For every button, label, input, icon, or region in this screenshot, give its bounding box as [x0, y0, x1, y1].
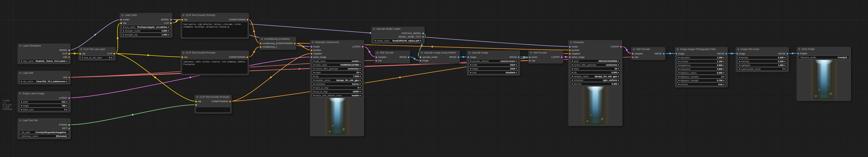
widget-file_path[interactable]: file_path.\ComfyUI\input\dict\negative. [19, 130, 69, 134]
collapse-dot[interactable] [261, 38, 263, 40]
increment-arrow-icon[interactable]: ▶ [723, 60, 724, 63]
port-dot[interactable] [736, 53, 738, 55]
decrement-arrow-icon[interactable]: ◀ [21, 80, 22, 83]
input-port-vae[interactable]: vae [529, 59, 536, 62]
port-dot[interactable] [68, 57, 70, 58]
port-dot[interactable] [195, 101, 197, 102]
decrement-arrow-icon[interactable]: ◀ [571, 78, 573, 82]
link-midpoint-dot[interactable] [176, 20, 178, 22]
collapse-dot[interactable] [677, 48, 679, 50]
widget-colorize[interactable]: ◀colorizetrue▶ [677, 83, 726, 86]
port-dot[interactable] [569, 53, 570, 55]
widget-seed[interactable]: ◀seed295432218183926▶ [570, 59, 621, 63]
output-port-IMAGE[interactable]: IMAGE [398, 55, 409, 59]
output-port-CONDITIONING[interactable]: CONDITIONING [275, 42, 296, 45]
port-dot[interactable] [529, 57, 530, 58]
port-dot[interactable] [375, 57, 377, 58]
node-title-bar[interactable]: Save Image [797, 47, 851, 51]
port-dot[interactable] [467, 57, 469, 58]
link-midpoint-dot[interactable] [370, 32, 371, 34]
link-midpoint-dot[interactable] [74, 53, 75, 54]
link-midpoint-dot[interactable] [414, 58, 415, 60]
port-dot[interactable] [229, 101, 231, 102]
decrement-arrow-icon[interactable]: ◀ [739, 63, 740, 67]
output-port-MODEL[interactable]: MODEL [58, 49, 70, 52]
collapse-dot[interactable] [19, 120, 21, 121]
increment-arrow-icon[interactable]: ▶ [618, 82, 619, 86]
widget-denoise[interactable]: ◀denoise0.300▶ [570, 82, 621, 86]
widget-density[interactable]: ◀density0.300▶ [738, 56, 787, 59]
port-dot[interactable] [422, 36, 424, 38]
node-title-bar[interactable]: Empty Latent Image [18, 91, 71, 96]
port-dot[interactable] [120, 19, 122, 21]
port-dot[interactable] [120, 22, 122, 24]
increment-arrow-icon[interactable]: ▶ [66, 100, 67, 103]
widget-add_noise[interactable]: ◀add_noiseenable▶ [312, 59, 362, 63]
decrement-arrow-icon[interactable]: ◀ [678, 63, 679, 67]
collapse-dot[interactable] [421, 52, 423, 54]
port-dot[interactable] [420, 60, 421, 61]
link-midpoint-dot[interactable] [154, 76, 156, 78]
increment-arrow-icon[interactable]: ▶ [516, 71, 517, 74]
link-midpoint-dot[interactable] [431, 46, 433, 48]
input-port-vae[interactable]: vae [375, 59, 383, 62]
link-midpoint-dot[interactable] [626, 49, 628, 51]
decrement-arrow-icon[interactable]: ◀ [313, 59, 314, 63]
link-midpoint-dot[interactable] [132, 114, 133, 116]
port-dot[interactable] [420, 57, 421, 58]
node-title-bar[interactable]: Image Film Grain [736, 47, 789, 51]
input-port-positive[interactable]: positive [311, 49, 322, 52]
widget-highpass_samples[interactable]: ◀highpass_samples3▶ [677, 75, 726, 78]
increment-arrow-icon[interactable]: ▶ [516, 59, 517, 63]
increment-arrow-icon[interactable]: ▶ [420, 39, 422, 42]
port-dot[interactable] [311, 50, 312, 51]
decrement-arrow-icon[interactable]: ◀ [21, 100, 22, 103]
widget-strength_clip[interactable]: ◀strength_clip1.000▶ [121, 33, 170, 36]
port-dot[interactable] [311, 46, 312, 48]
node-vae-decode-1[interactable]: VAE DecodesamplesvaeIMAGE [375, 50, 410, 64]
widget-control_after_generate[interactable]: ◀control_after_generaterandomize▶ [312, 67, 362, 70]
input-port-negative[interactable]: negative [311, 52, 323, 55]
collapse-dot[interactable] [19, 93, 21, 94]
output-port-IMAGE[interactable]: IMAGE [777, 52, 788, 55]
decrement-arrow-icon[interactable]: ◀ [571, 67, 573, 70]
port-dot[interactable] [375, 60, 377, 61]
node-title-bar[interactable]: Upscale Model Loader [371, 27, 425, 31]
widget-intensity[interactable]: ◀intensity0.200▶ [738, 60, 787, 63]
input-port-images[interactable]: images [797, 52, 808, 55]
widget-height[interactable]: ◀height768▶ [19, 104, 69, 107]
port-dot[interactable] [676, 53, 677, 55]
node-clip-text-encode-2[interactable]: CLIP Text Encode (Prompt)clipCONDITIONIN… [181, 50, 249, 75]
increment-arrow-icon[interactable]: ▶ [111, 56, 113, 59]
link-midpoint-dot[interactable] [302, 46, 304, 48]
input-port-clip[interactable]: clip [79, 52, 87, 55]
decrement-arrow-icon[interactable]: ◀ [313, 90, 314, 93]
node-upscale-image[interactable]: Upscale ImageimageIMAGE◀upscale_methodne… [467, 50, 520, 76]
widget-cfg[interactable]: ◀cfg6.000▶ [570, 71, 621, 74]
input-port-image[interactable]: image [467, 55, 477, 59]
output-port-STRING[interactable]: STRING [58, 123, 70, 127]
widget-height[interactable]: ◀height1536▶ [469, 67, 518, 70]
collapse-dot[interactable] [373, 28, 375, 30]
port-dot[interactable] [458, 57, 459, 58]
widget-batch_size[interactable]: ◀batch_size1▶ [19, 108, 69, 111]
node-title-bar[interactable]: VAE Decode [631, 47, 665, 51]
decrement-arrow-icon[interactable]: ◀ [21, 104, 22, 107]
collapse-dot[interactable] [182, 52, 184, 54]
node-title-bar[interactable]: CLIP Text Encode (Prompt) [181, 13, 249, 17]
collapse-dot[interactable] [633, 48, 635, 50]
widget-strength_model[interactable]: ◀strength_model0.600▶ [121, 29, 170, 32]
port-dot[interactable] [632, 53, 633, 55]
link-midpoint-dot[interactable] [94, 34, 96, 36]
port-dot[interactable] [725, 53, 727, 55]
port-dot[interactable] [797, 53, 799, 54]
decrement-arrow-icon[interactable]: ◀ [123, 29, 124, 32]
increment-arrow-icon[interactable]: ▶ [784, 60, 786, 63]
port-dot[interactable] [663, 53, 664, 55]
collapse-dot[interactable] [570, 41, 572, 43]
node-title-bar[interactable]: VAE Encode [528, 51, 563, 55]
port-dot[interactable] [247, 19, 248, 21]
widget-steps[interactable]: ◀steps25▶ [312, 71, 362, 74]
port-dot[interactable] [113, 53, 115, 55]
increment-arrow-icon[interactable]: ▶ [723, 56, 724, 59]
